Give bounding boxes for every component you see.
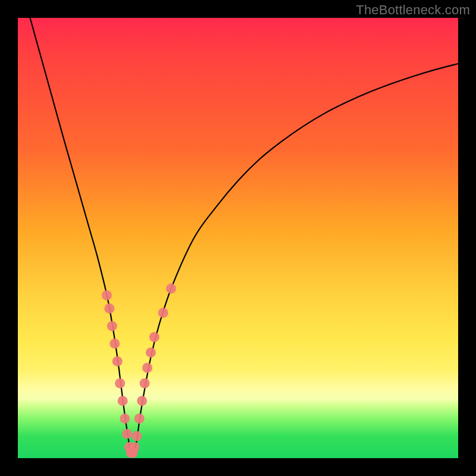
highlight-dot — [146, 347, 156, 358]
highlight-dot — [130, 442, 140, 452]
highlight-dot — [118, 396, 128, 406]
highlight-dot — [102, 290, 112, 300]
highlight-dot — [137, 396, 147, 406]
highlight-dot — [104, 303, 114, 314]
highlight-dot — [109, 339, 120, 349]
watermark-text: TheBottleneck.com — [356, 2, 470, 18]
highlight-dots — [102, 284, 176, 458]
highlight-dot — [107, 321, 117, 331]
highlight-dot — [158, 308, 168, 318]
highlight-dot — [134, 414, 145, 424]
plot-area — [18, 18, 458, 458]
curve-overlay — [18, 18, 458, 458]
highlight-dot — [166, 284, 176, 294]
highlight-dot — [149, 332, 159, 342]
curve-path — [18, 18, 458, 456]
highlight-dot — [120, 414, 130, 424]
highlight-dot — [112, 356, 123, 367]
chart-stage: TheBottleneck.com — [0, 0, 476, 476]
bottleneck-curve — [18, 18, 458, 456]
highlight-dot — [115, 378, 125, 389]
highlight-dot — [131, 431, 142, 441]
highlight-dot — [140, 378, 150, 389]
highlight-dot — [122, 429, 132, 439]
highlight-dot — [142, 363, 152, 373]
